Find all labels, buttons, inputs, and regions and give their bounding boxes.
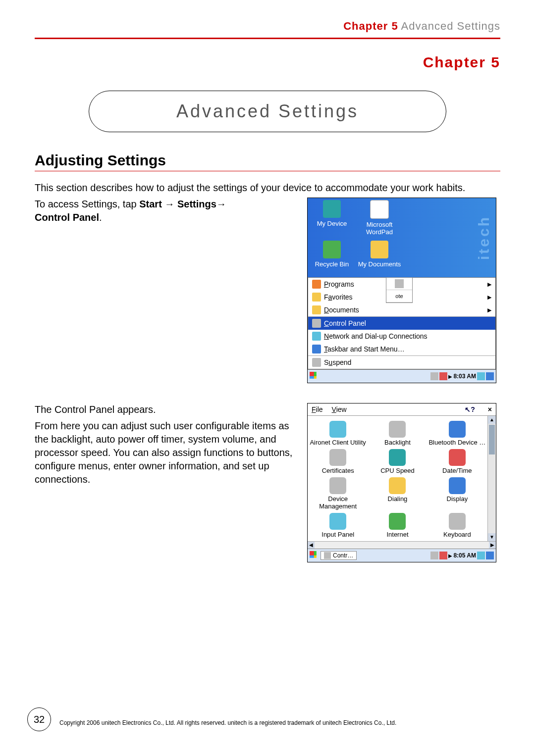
bluetooth-icon <box>449 421 466 438</box>
wallpaper-brand: itech <box>475 203 493 272</box>
display-icon <box>449 477 466 494</box>
settings-flyout: ote <box>386 277 413 303</box>
cp-item-date-time[interactable]: Date/Time <box>428 447 486 474</box>
flyout-icon <box>395 279 404 288</box>
dialing-icon <box>389 477 406 494</box>
screenshot-control-panel: File View ↖? × Aironet Client Utility Ba… <box>307 403 496 562</box>
aironet-icon <box>329 421 346 438</box>
desktop-icon-my-device[interactable]: My Device <box>310 200 354 227</box>
windows-flag-icon <box>310 551 319 560</box>
scroll-thumb[interactable] <box>489 425 495 454</box>
desktop-icon[interactable] <box>486 552 494 559</box>
flyout-item[interactable] <box>386 278 412 290</box>
submenu-taskbar-start-menu[interactable]: Taskbar and Start Menu… <box>308 343 495 355</box>
internet-icon <box>389 513 406 530</box>
header-title: Advanced Settings <box>398 20 500 32</box>
certificates-icon <box>329 449 346 466</box>
access-instructions: To access Settings, tap Start → Settings… <box>35 198 297 224</box>
close-button[interactable]: × <box>488 405 492 413</box>
clock-icon <box>449 449 466 466</box>
network-icon <box>312 332 321 341</box>
start-menu-documents[interactable]: Documents ▶ <box>308 303 495 316</box>
cp-item-display[interactable]: Display <box>428 475 486 510</box>
start-menu-suspend[interactable]: Suspend <box>308 355 495 369</box>
tray-icon[interactable] <box>430 372 438 380</box>
desktop-icon-my-documents[interactable]: My Documents <box>357 241 402 268</box>
recycle-bin-icon <box>323 241 341 258</box>
taskbar-task-control-panel[interactable]: Contr… <box>321 551 357 560</box>
submenu-control-panel[interactable]: Control Panel <box>308 317 495 330</box>
page-number: 32 <box>27 707 51 731</box>
tray-arrow-icon: ▶ <box>448 374 452 379</box>
taskbar: Contr… ▶ 8:05 AM <box>308 549 496 562</box>
scroll-down-button[interactable]: ▼ <box>488 533 496 541</box>
start-button[interactable] <box>308 549 321 562</box>
tray-icon[interactable] <box>439 372 447 380</box>
programs-icon <box>312 280 321 289</box>
chapter-title-bubble: Advanced Settings <box>89 91 446 132</box>
clock[interactable]: 8:05 AM <box>453 552 476 559</box>
control-panel-description: From here you can adjust such user confi… <box>35 419 297 486</box>
cp-item-certificates[interactable]: Certificates <box>309 447 367 474</box>
chevron-right-icon: ▶ <box>487 307 491 313</box>
horizontal-scrollbar[interactable]: ◀ ▶ <box>308 541 496 549</box>
device-mgmt-icon <box>329 477 346 494</box>
my-device-icon <box>323 200 341 218</box>
cp-item-device-management[interactable]: Device Management <box>309 475 367 510</box>
cp-item-input-panel[interactable]: Input Panel <box>309 511 367 538</box>
header-chapter: Chapter 5 <box>343 20 398 32</box>
sip-icon[interactable] <box>477 552 485 559</box>
tray-arrow-icon: ▶ <box>448 553 452 558</box>
system-tray: ▶ 8:03 AM <box>430 370 496 383</box>
scroll-right-button[interactable]: ▶ <box>489 542 496 549</box>
scroll-left-button[interactable]: ◀ <box>308 542 315 549</box>
documents-icon <box>312 305 321 314</box>
suspend-icon <box>312 358 321 367</box>
screenshot-start-menu: itech My Device Microsoft WordPad Recycl… <box>307 198 496 383</box>
desktop-icon-wordpad[interactable]: Microsoft WordPad <box>357 200 402 236</box>
chevron-right-icon: ▶ <box>487 281 491 288</box>
favorites-icon <box>312 293 321 302</box>
desktop-icon-recycle-bin[interactable]: Recycle Bin <box>310 241 354 268</box>
running-header: Chapter 5 Advanced Settings <box>35 20 500 33</box>
start-menu-settings-submenu: Control Panel Network and Dial-up Connec… <box>308 316 495 355</box>
scroll-track[interactable] <box>315 542 489 549</box>
cp-item-cpu-speed[interactable]: CPU Speed <box>368 447 427 474</box>
desktop-background: itech My Device Microsoft WordPad Recycl… <box>308 198 496 277</box>
system-tray: ▶ 8:05 AM <box>430 549 496 562</box>
flyout-item[interactable]: ote <box>386 290 412 302</box>
header-rule <box>35 38 500 39</box>
menu-view[interactable]: View <box>332 405 347 413</box>
menu-file[interactable]: File <box>312 405 323 413</box>
tray-icon[interactable] <box>430 552 438 559</box>
help-button[interactable]: ↖? <box>465 405 475 413</box>
taskbar-icon <box>312 345 321 353</box>
vertical-scrollbar[interactable]: ▲ ▼ <box>487 416 496 541</box>
cp-item-aironet[interactable]: Aironet Client Utility <box>309 419 367 446</box>
cp-item-internet[interactable]: Internet <box>368 511 427 538</box>
chevron-right-icon: ▶ <box>487 294 491 301</box>
task-icon <box>324 552 331 559</box>
input-panel-icon <box>329 513 346 530</box>
copyright-footer: Copyright 2006 unitech Electronics Co., … <box>59 719 500 726</box>
clock[interactable]: 8:03 AM <box>453 373 476 380</box>
intro-paragraph: This section describes how to adjust the… <box>35 181 500 195</box>
sip-icon[interactable] <box>477 372 485 380</box>
scroll-up-button[interactable]: ▲ <box>488 416 496 424</box>
desktop-icon[interactable] <box>486 372 494 380</box>
cp-item-keyboard[interactable]: Keyboard <box>428 511 486 538</box>
backlight-icon <box>389 421 406 438</box>
windows-flag-icon <box>310 372 319 381</box>
folder-icon <box>371 241 388 258</box>
cp-item-bluetooth[interactable]: Bluetooth Device … <box>428 419 486 446</box>
keyboard-icon <box>449 513 466 530</box>
wordpad-icon <box>370 200 389 219</box>
submenu-network-connections[interactable]: Network and Dial-up Connections <box>308 330 495 343</box>
cp-item-backlight[interactable]: Backlight <box>368 419 427 446</box>
tray-icon[interactable] <box>439 552 447 559</box>
start-button[interactable] <box>308 370 321 383</box>
cpu-icon <box>389 449 406 466</box>
chapter-label: Chapter 5 <box>35 54 500 71</box>
control-panel-icon <box>312 319 321 328</box>
cp-item-dialing[interactable]: Dialing <box>368 475 427 510</box>
